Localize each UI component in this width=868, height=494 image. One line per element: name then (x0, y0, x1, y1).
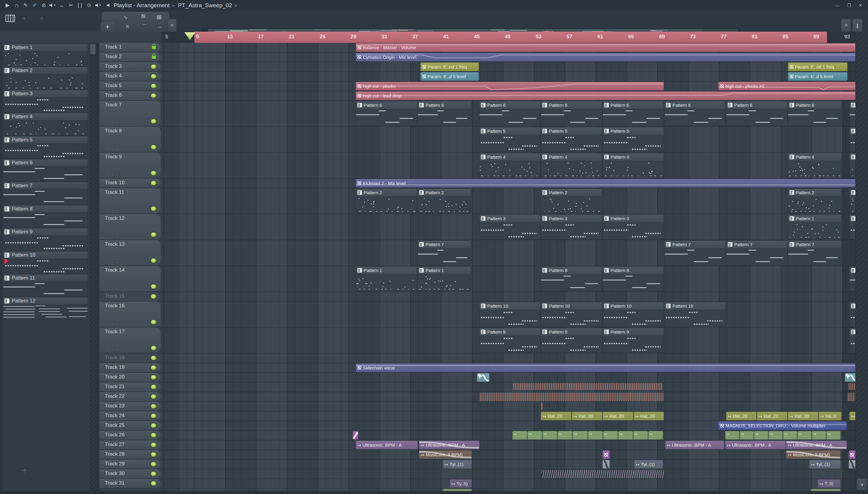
pattern-clip[interactable]: Pattern 6 (479, 101, 541, 126)
wave-icon[interactable]: ∿ (123, 14, 128, 21)
track-row[interactable]: Track 1 (99, 43, 161, 52)
audio-clip[interactable]: ↦Hat..20 (572, 412, 602, 420)
add-track-button[interactable]: + (100, 22, 115, 32)
link-icon[interactable] (141, 14, 145, 18)
audio-clip[interactable]: ↦Hat..20 (633, 412, 664, 420)
track-row[interactable]: Track 22 (99, 392, 161, 401)
pattern-item-header[interactable]: Pattern 12 (3, 297, 88, 305)
pattern-item-header[interactable]: Pattern 10 (3, 251, 88, 259)
pattern-item-header[interactable]: Pattern 7 (3, 182, 88, 190)
pattern-item-header[interactable]: Pattern 1 (3, 44, 88, 52)
audio-clip[interactable]: ↦Ultrasonic..BPM - A (665, 441, 724, 449)
audio-segment-group[interactable]: ↦↦↦↦↦↦↦↦↦↦ (512, 431, 663, 440)
close-button[interactable]: ✕ (857, 3, 864, 8)
pattern-clip[interactable]: Pattern 6 (541, 101, 602, 126)
pattern-clip[interactable]: Pattern 7 (726, 240, 788, 265)
track-enable-led[interactable] (151, 471, 156, 476)
audio-segment[interactable]: ↦ (754, 431, 768, 440)
track-row[interactable]: Track 20 (99, 373, 161, 382)
track-enable-led[interactable] (151, 346, 156, 350)
picker-icon[interactable]: ✦ (39, 15, 44, 22)
maximize-button[interactable]: ❐ (846, 3, 852, 8)
pattern-item[interactable]: Pattern 1 (3, 44, 88, 66)
audio-clip-partial[interactable] (443, 489, 472, 491)
track-options-dots[interactable]: . . . (108, 320, 118, 325)
audio-segment[interactable]: ↦ (812, 431, 826, 440)
pattern-clip[interactable]: Pattern 7 (417, 240, 471, 265)
track-enable-led[interactable] (151, 442, 156, 447)
track-row[interactable]: Track 10 (99, 178, 161, 188)
pattern-clip[interactable]: Pattern 6 (788, 101, 842, 126)
timeline-ruler[interactable]: 5913172125293337414549535761656973778185… (161, 32, 855, 43)
audio-clip-partial[interactable] (811, 489, 841, 491)
forbid-icon[interactable]: ⊘ (39, 1, 48, 10)
track-row[interactable]: Track 4 (99, 72, 161, 81)
automation-clip[interactable]: Param. E..nd 1 freq (420, 62, 479, 71)
pattern-item[interactable]: Pattern 3 (3, 90, 88, 113)
piano-icon[interactable]: ▦ (156, 14, 161, 20)
pattern-clip[interactable]: Pattern 10 (603, 302, 664, 327)
curve-icon[interactable]: ⌒ (142, 23, 147, 31)
track-options-dots[interactable]: . . . (108, 284, 118, 289)
automation-clip[interactable]: Cymatics Origin - Mix level (356, 53, 855, 61)
track-row[interactable]: Track 12. . . (99, 214, 161, 240)
track-enable-led[interactable] (151, 64, 156, 69)
audio-clip[interactable]: ↦Ha..0 (818, 412, 842, 420)
track-row[interactable]: Track 30 (99, 469, 161, 479)
track-options-dots[interactable]: . . . (108, 346, 118, 351)
audio-clip[interactable]: ↦Hat..20 (788, 412, 818, 420)
playlist-grid[interactable]: Balance - Master - VolumeCymatics Origin… (161, 43, 855, 491)
audio-segment[interactable]: ↦ (783, 431, 797, 440)
pattern-clip[interactable]: Pattern 9 (849, 328, 855, 353)
track-options-dots[interactable]: . . . (108, 119, 118, 124)
track-enable-led[interactable] (151, 375, 156, 380)
audio-segment[interactable]: ↦ (826, 431, 841, 440)
track-row[interactable]: Track 11. . . (99, 188, 161, 214)
stretch-icon[interactable]: ↔ (157, 23, 162, 30)
pattern-item[interactable]: Pattern 2 (3, 66, 88, 90)
pattern-item-header[interactable]: Pattern 9 (3, 228, 88, 236)
track-enable-led[interactable] (151, 284, 156, 289)
audio-clip[interactable]: ↦Ultrasonic..BPM - A (725, 441, 786, 449)
mute-icon[interactable]: ✕ (48, 1, 57, 10)
mini-clip[interactable] (603, 460, 609, 469)
pattern-clip[interactable]: Pattern 7 (788, 240, 842, 265)
track-row[interactable]: Track 25 (99, 421, 161, 430)
audio-clip[interactable]: ↦T..5) (818, 479, 841, 488)
pattern-clip[interactable]: Pattern 2 (541, 189, 602, 213)
audio-segment[interactable]: ↦ (557, 431, 572, 440)
pattern-clip[interactable]: Pattern 2 (788, 189, 842, 213)
track-row[interactable]: Track 8. . . (99, 127, 161, 152)
track-row[interactable]: Track 24 (99, 411, 161, 421)
pattern-item[interactable]: Pattern 9 (3, 228, 88, 251)
pattern-panel-scrollbar[interactable] (90, 43, 96, 491)
audio-clip[interactable]: ↦Tyl..(1) (443, 460, 472, 469)
track-row[interactable]: Track 23 (99, 402, 161, 411)
track-row[interactable]: Track 7. . . (99, 101, 161, 126)
track-row[interactable]: Track 15 (99, 292, 161, 301)
scroll-left-button[interactable]: < (167, 19, 177, 32)
track-row[interactable]: Track 13. . . (99, 240, 161, 266)
mini-clip[interactable] (849, 450, 855, 459)
track-row[interactable]: Track 28 (99, 450, 161, 459)
pattern-clip[interactable]: Pattern 4 (603, 153, 664, 178)
track-lock-icon[interactable] (152, 46, 156, 49)
track-enable-led[interactable] (151, 404, 156, 408)
track-row[interactable]: Track 5 (99, 81, 161, 91)
track-enable-led[interactable] (151, 294, 156, 299)
audio-clip[interactable]: ↦Hat..20 (849, 412, 855, 420)
pattern-clip[interactable]: Pattern 4 (849, 153, 855, 178)
track-enable-led[interactable] (151, 119, 156, 124)
track-options-dots[interactable]: . . . (108, 232, 118, 238)
audio-clip[interactable]: ↦Ultrasonic..BPM - A (419, 441, 479, 449)
audio-segment[interactable]: ↦ (797, 431, 812, 440)
pattern-item[interactable]: Pattern 12 (3, 297, 88, 320)
automation-clip[interactable]: MAGNUS_SELECTION_DRU..- Volume multiplie… (718, 421, 847, 430)
audio-clip[interactable]: ↦Tyl..(1) (634, 460, 663, 469)
pattern-clip[interactable]: Pattern 10 (664, 302, 726, 327)
zoom-icon[interactable]: ⊙ (84, 1, 94, 10)
track-enable-led[interactable] (151, 206, 156, 211)
audio-segment[interactable]: ↦ (528, 431, 542, 440)
track-row[interactable]: Track 29 (99, 460, 161, 469)
preview-icon[interactable]: ‖ (94, 1, 102, 10)
